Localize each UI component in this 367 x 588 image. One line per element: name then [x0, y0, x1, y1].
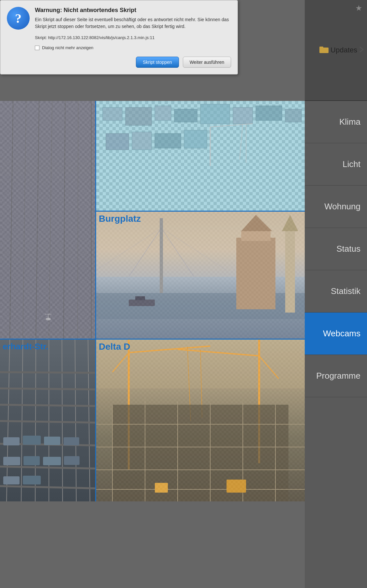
- checkbox-label: Dialog nicht mehr anzeigen: [42, 45, 94, 50]
- svg-line-50: [88, 340, 90, 501]
- sidebar-item-statistik[interactable]: Statistik: [305, 270, 367, 313]
- svg-rect-16: [155, 106, 171, 120]
- question-mark-icon: ?: [7, 7, 30, 30]
- sidebar-item-wohnung[interactable]: Wohnung: [305, 186, 367, 228]
- svg-line-57: [0, 486, 96, 488]
- folder-icon: [319, 46, 329, 54]
- do-not-show-checkbox[interactable]: [35, 46, 39, 50]
- svg-rect-15: [125, 107, 152, 125]
- updates-row: Updates: [319, 46, 364, 54]
- sidebar-item-label: Programme: [316, 371, 360, 381]
- sidebar-item-label: Klima: [339, 117, 360, 127]
- webcam-cell-aerial: [96, 101, 305, 212]
- webcam-cell-burgplatz: Burgplatz: [96, 212, 305, 339]
- webcam-grid: Burgplatz: [0, 101, 305, 588]
- sidebar: ★ Updates Klima Licht Wohnung Status: [305, 0, 367, 588]
- svg-line-48: [62, 340, 63, 501]
- svg-rect-21: [285, 109, 301, 122]
- svg-rect-65: [64, 456, 80, 465]
- svg-rect-22: [106, 133, 129, 150]
- svg-rect-25: [184, 130, 207, 148]
- sidebar-item-status[interactable]: Status: [305, 228, 367, 270]
- dialog-title: Warnung: Nicht antwortendes Skript: [35, 7, 231, 14]
- dialog-script-info: Skript: http://172.16.130.122:8082/vis/l…: [7, 35, 231, 40]
- svg-rect-63: [23, 456, 40, 465]
- sidebar-item-label: Status: [336, 244, 360, 254]
- script-label: Skript:: [35, 35, 47, 40]
- sidebar-item-licht[interactable]: Licht: [305, 143, 367, 186]
- continue-button[interactable]: Weiter ausführen: [183, 57, 231, 68]
- svg-rect-14: [103, 107, 122, 120]
- chevron-right-icon: [359, 46, 364, 54]
- webcam-label-burgplatz: Burgplatz: [99, 214, 141, 224]
- sidebar-item-programme[interactable]: Programme: [305, 355, 367, 397]
- svg-rect-62: [3, 457, 20, 465]
- svg-rect-19: [233, 107, 253, 124]
- webcam-cell-erhardt: erhardt-Str.: [0, 339, 96, 501]
- svg-rect-67: [23, 476, 41, 484]
- svg-line-52: [0, 388, 96, 389]
- sidebar-item-label: Licht: [343, 159, 360, 169]
- script-url: http://172.16.130.122:8082/vis/lib/js/ca…: [48, 35, 154, 40]
- sidebar-item-label: Webcams: [323, 329, 360, 339]
- sidebar-item-label: Wohnung: [324, 202, 360, 212]
- svg-rect-18: [200, 104, 230, 124]
- svg-rect-1: [319, 47, 323, 49]
- star-button[interactable]: ★: [354, 3, 364, 13]
- svg-rect-17: [174, 109, 197, 122]
- script-warning-dialog: ? Warnung: Nicht antwortendes Skript Ein…: [0, 0, 238, 75]
- svg-rect-59: [23, 436, 41, 445]
- svg-rect-61: [64, 437, 79, 445]
- sidebar-item-webcams[interactable]: Webcams: [305, 313, 367, 355]
- dialog-checkbox-row: Dialog nicht mehr anzeigen: [7, 45, 231, 50]
- svg-rect-66: [3, 476, 20, 484]
- dialog-body: Ein Skript auf dieser Seite ist eventuel…: [35, 16, 231, 30]
- dialog-header: ? Warnung: Nicht antwortendes Skript Ein…: [7, 7, 231, 30]
- sidebar-top: ★ Updates: [305, 0, 367, 101]
- svg-line-54: [0, 421, 96, 423]
- svg-rect-58: [3, 437, 20, 445]
- webcam-cell-delta: Delta D: [96, 339, 305, 501]
- sidebar-item-label: Statistik: [331, 286, 360, 296]
- warning-icon: ?: [7, 7, 30, 30]
- svg-line-49: [75, 340, 76, 501]
- sidebar-item-klima[interactable]: Klima: [305, 101, 367, 143]
- svg-rect-64: [43, 457, 61, 465]
- svg-rect-24: [155, 133, 181, 148]
- svg-line-51: [0, 372, 96, 373]
- svg-line-53: [0, 405, 96, 406]
- svg-rect-23: [132, 132, 152, 150]
- webcam-cell-left: [0, 101, 96, 339]
- svg-rect-20: [256, 106, 282, 120]
- stop-script-button[interactable]: Skript stoppen: [136, 57, 179, 68]
- svg-line-56: [0, 467, 96, 469]
- webcam-label-delta: Delta D: [99, 342, 130, 352]
- webcam-label-erhardt: erhardt-Str.: [3, 342, 48, 352]
- updates-label[interactable]: Updates: [330, 46, 357, 54]
- dialog-buttons: Skript stoppen Weiter ausführen: [7, 57, 231, 68]
- svg-rect-60: [44, 437, 60, 445]
- main-content: Burgplatz: [0, 0, 305, 588]
